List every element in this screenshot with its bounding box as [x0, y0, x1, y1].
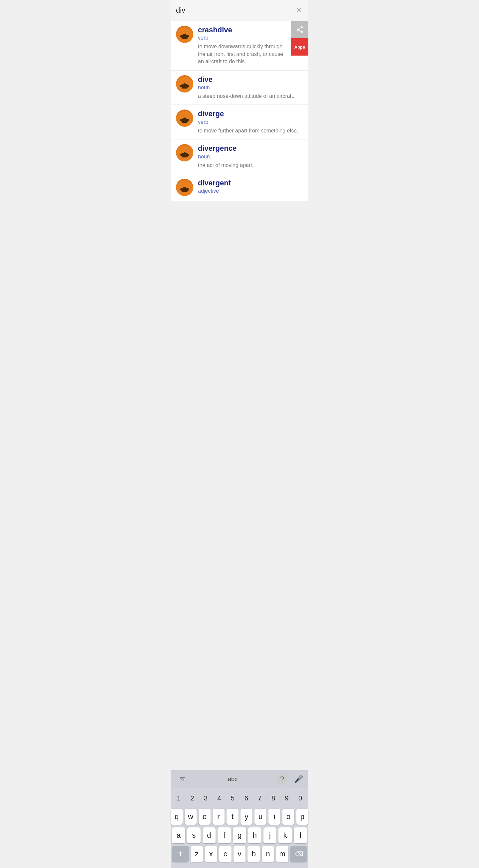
key-x[interactable]: x — [205, 846, 217, 862]
search-input[interactable] — [176, 6, 294, 14]
key-y[interactable]: y — [241, 809, 253, 825]
result-content: divergence noun the act of moving apart. — [198, 144, 303, 169]
word-title: dive — [198, 75, 303, 84]
keyboard: অ abc ? 🎤 1 2 3 4 5 6 7 8 9 0 q w e r — [171, 770, 308, 868]
key-l[interactable]: l — [294, 827, 307, 843]
svg-point-6 — [301, 31, 303, 33]
svg-marker-18 — [180, 152, 189, 155]
keyboard-toolbar: অ abc ? 🎤 — [171, 770, 308, 788]
word-title: crashdive — [198, 26, 286, 34]
key-3[interactable]: 3 — [199, 790, 212, 806]
keyboard-rows: 1 2 3 4 5 6 7 8 9 0 q w e r t y u i o p … — [171, 788, 308, 868]
list-item[interactable]: divergent adjective — [171, 174, 308, 201]
word-title: diverge — [198, 110, 303, 118]
clear-icon[interactable]: ✕ — [294, 5, 303, 16]
key-q[interactable]: q — [171, 809, 183, 825]
svg-marker-12 — [181, 87, 188, 89]
result-content: diverge verb to move further apart from … — [198, 110, 303, 134]
number-row: 1 2 3 4 5 6 7 8 9 0 — [172, 790, 307, 806]
key-p[interactable]: p — [296, 809, 308, 825]
key-o[interactable]: o — [282, 809, 294, 825]
key-g[interactable]: g — [233, 827, 246, 843]
keyboard-lang-button[interactable]: অ — [176, 773, 189, 785]
action-buttons: Apps — [291, 21, 308, 56]
key-s[interactable]: s — [187, 827, 200, 843]
key-k[interactable]: k — [279, 827, 292, 843]
key-row-3: ⬆ z x c v b n m ⌫ — [172, 846, 307, 862]
word-pos: adjective — [198, 188, 303, 194]
key-w[interactable]: w — [185, 809, 197, 825]
svg-marker-10 — [180, 83, 189, 86]
word-def: to move further apart from something els… — [198, 127, 303, 134]
key-b[interactable]: b — [248, 846, 260, 862]
key-z[interactable]: z — [191, 846, 203, 862]
key-6[interactable]: 6 — [240, 790, 253, 806]
key-d[interactable]: d — [202, 827, 216, 843]
key-8[interactable]: 8 — [267, 790, 280, 806]
list-item[interactable]: dive noun a steep nose-down attitude of … — [171, 70, 308, 105]
key-f[interactable]: f — [218, 827, 231, 843]
avatar — [176, 75, 193, 93]
key-1[interactable]: 1 — [173, 790, 185, 806]
key-u[interactable]: u — [254, 809, 266, 825]
key-e[interactable]: e — [199, 809, 211, 825]
key-4[interactable]: 4 — [213, 790, 226, 806]
word-pos: verb — [198, 119, 303, 125]
share-button[interactable] — [291, 21, 308, 38]
result-content: dive noun a steep nose-down attitude of … — [198, 75, 303, 100]
key-9[interactable]: 9 — [281, 790, 293, 806]
keyboard-mic-button[interactable]: 🎤 — [294, 775, 303, 783]
word-def: a steep nose-down attitude of an aircraf… — [198, 93, 303, 100]
key-m[interactable]: m — [276, 846, 288, 862]
avatar — [176, 26, 193, 43]
search-bar: ✕ — [171, 0, 308, 21]
word-title: divergence — [198, 144, 303, 153]
key-2[interactable]: 2 — [186, 790, 199, 806]
keyboard-mode-label[interactable]: abc — [228, 776, 237, 783]
list-item[interactable]: crashdive verb to move downwards quickly… — [171, 21, 308, 70]
svg-marker-1 — [180, 34, 189, 36]
key-n[interactable]: n — [262, 846, 274, 862]
svg-point-4 — [301, 26, 303, 28]
key-r[interactable]: r — [213, 809, 225, 825]
avatar — [176, 144, 193, 161]
keyboard-toolbar-right: ? 🎤 — [277, 774, 303, 784]
svg-marker-3 — [181, 37, 188, 39]
list-item[interactable]: diverge verb to move further apart from … — [171, 105, 308, 140]
result-content: divergent adjective — [198, 179, 303, 196]
result-content: crashdive verb to move downwards quickly… — [198, 26, 286, 66]
key-0[interactable]: 0 — [294, 790, 306, 806]
svg-marker-14 — [180, 118, 189, 120]
results-list: crashdive verb to move downwards quickly… — [171, 21, 308, 201]
key-5[interactable]: 5 — [226, 790, 239, 806]
key-v[interactable]: v — [233, 846, 246, 862]
backspace-key[interactable]: ⌫ — [290, 846, 307, 862]
apps-button[interactable]: Apps — [291, 38, 308, 56]
word-title: divergent — [198, 179, 303, 187]
list-item[interactable]: divergence noun the act of moving apart. — [171, 140, 308, 174]
shift-key[interactable]: ⬆ — [172, 846, 189, 862]
svg-marker-24 — [181, 190, 188, 192]
avatar — [176, 179, 193, 196]
word-pos: noun — [198, 154, 303, 160]
key-c[interactable]: c — [219, 846, 231, 862]
key-j[interactable]: j — [263, 827, 277, 843]
svg-marker-20 — [181, 155, 188, 157]
svg-line-8 — [299, 28, 301, 29]
key-h[interactable]: h — [248, 827, 261, 843]
word-def: to move downwards quickly through the ai… — [198, 43, 286, 65]
key-i[interactable]: i — [268, 809, 280, 825]
key-row-1: q w e r t y u i o p — [172, 809, 307, 825]
key-a[interactable]: a — [172, 827, 185, 843]
word-def: the act of moving apart. — [198, 162, 303, 169]
word-pos: noun — [198, 85, 303, 91]
key-t[interactable]: t — [226, 809, 238, 825]
keyboard-help-button[interactable]: ? — [277, 774, 287, 784]
svg-point-5 — [297, 29, 299, 31]
word-pos: verb — [198, 35, 286, 41]
key-row-2: a s d f g h j k l — [172, 827, 307, 843]
svg-marker-22 — [180, 187, 189, 189]
svg-marker-16 — [181, 121, 188, 123]
key-7[interactable]: 7 — [254, 790, 266, 806]
avatar — [176, 110, 193, 127]
